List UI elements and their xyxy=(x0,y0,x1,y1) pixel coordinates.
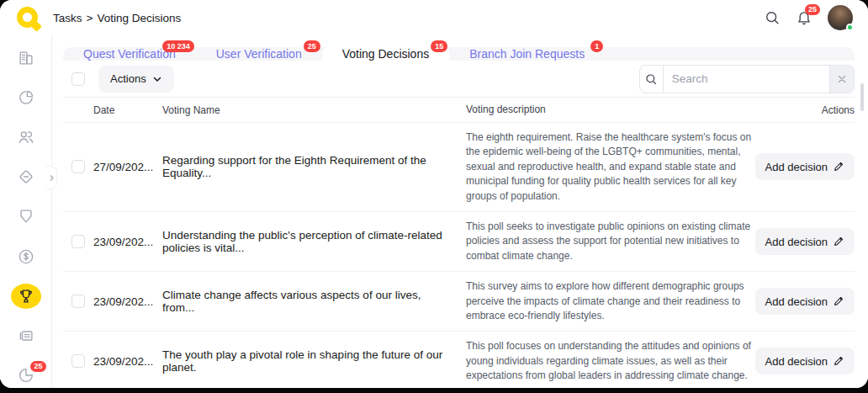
notification-badge: 25 xyxy=(805,4,820,15)
sidebar: 25 xyxy=(0,35,52,388)
breadcrumb-separator: > xyxy=(87,12,93,24)
table-search xyxy=(639,65,855,93)
search-input[interactable] xyxy=(664,66,829,93)
tab-badge: 1 xyxy=(590,40,603,52)
chevron-right-icon xyxy=(48,174,56,182)
sidebar-item-users-icon[interactable] xyxy=(11,125,41,150)
breadcrumb-current: Voting Decisions xyxy=(97,12,181,24)
pencil-icon xyxy=(833,236,844,247)
tab-quest-verification[interactable]: Quest Verification 10 234 xyxy=(63,47,196,61)
pencil-icon xyxy=(833,161,844,173)
add-decision-button[interactable]: Add decision xyxy=(755,153,855,180)
table-row: 27/09/202... Regarding support for the E… xyxy=(63,123,855,212)
avatar[interactable] xyxy=(828,5,853,30)
actions-button[interactable]: Actions xyxy=(98,66,174,93)
add-decision-button[interactable]: Add decision xyxy=(755,228,855,255)
tab-label: Quest Verification xyxy=(83,47,176,61)
pencil-icon xyxy=(833,355,844,367)
col-date: Date xyxy=(93,104,162,116)
row-voting-description: The eighth requirement. Raise the health… xyxy=(466,123,762,211)
row-voting-description: This poll seeks to investigate public op… xyxy=(466,212,762,271)
pencil-icon xyxy=(833,295,844,307)
clear-search-button[interactable] xyxy=(829,66,854,93)
sidebar-item-ballot-box-icon[interactable] xyxy=(11,164,41,189)
tab-label: User Verification xyxy=(216,47,302,61)
top-bar: Tasks > Voting Decisions 25 xyxy=(0,0,868,35)
search-icon[interactable] xyxy=(764,9,781,26)
online-status-dot xyxy=(846,24,854,31)
row-checkbox[interactable] xyxy=(71,235,85,248)
table-row: 23/09/202... Climate change affects vari… xyxy=(63,272,855,332)
col-voting-description: Voting description xyxy=(466,103,762,117)
breadcrumb: Tasks > Voting Decisions xyxy=(53,12,181,24)
row-checkbox[interactable] xyxy=(71,160,85,173)
sidebar-item-dollar-icon[interactable] xyxy=(11,244,41,269)
tab-branch-join-requests[interactable]: Branch Join Requests 1 xyxy=(449,47,605,61)
main-content: Quest Verification 10 234 User Verificat… xyxy=(52,35,868,388)
sidebar-item-news-icon[interactable] xyxy=(11,323,41,348)
row-voting-name: Understanding the public's perception of… xyxy=(162,229,466,254)
sidebar-badge: 25 xyxy=(30,361,45,372)
row-voting-name: Regarding support for the Eighth Require… xyxy=(162,154,466,179)
tab-badge: 10 234 xyxy=(162,40,194,52)
row-date: 27/09/202... xyxy=(93,161,162,173)
table-row: 23/09/202... Understanding the public's … xyxy=(63,212,855,272)
row-voting-description: This poll focuses on understanding the a… xyxy=(466,332,762,388)
sidebar-item-company-icon[interactable] xyxy=(11,45,41,71)
table-body: 27/09/202... Regarding support for the E… xyxy=(63,123,855,388)
tab-badge: 25 xyxy=(304,40,320,52)
row-checkbox[interactable] xyxy=(71,354,85,368)
app-logo[interactable] xyxy=(17,7,40,29)
app-window: Tasks > Voting Decisions 25 xyxy=(0,0,868,388)
search-field-icon xyxy=(640,66,664,93)
table-header: Date Voting Name Voting description Acti… xyxy=(63,98,855,123)
tab-user-verification[interactable]: User Verification 25 xyxy=(196,47,322,61)
row-voting-description: This survey aims to explore how differen… xyxy=(466,272,762,331)
tab-label: Voting Decisions xyxy=(342,47,430,61)
tab-label: Branch Join Requests xyxy=(469,47,585,61)
close-icon xyxy=(837,74,847,84)
row-voting-name: The youth play a pivotal role in shaping… xyxy=(162,348,466,374)
add-decision-button[interactable]: Add decision xyxy=(755,288,855,315)
row-voting-name: Climate change affects various aspects o… xyxy=(162,289,466,314)
tab-voting-decisions[interactable]: Voting Decisions 15 xyxy=(322,47,450,61)
toolbar: Actions xyxy=(63,61,855,98)
sidebar-item-pac-chart-icon[interactable]: 25 xyxy=(11,363,41,388)
col-actions: Actions xyxy=(762,104,855,116)
row-date: 23/09/202... xyxy=(93,355,162,368)
sidebar-item-trophy-icon[interactable] xyxy=(11,284,41,309)
select-all-checkbox[interactable] xyxy=(71,72,85,86)
row-checkbox[interactable] xyxy=(71,295,85,308)
sidebar-expand-handle[interactable] xyxy=(46,166,57,189)
breadcrumb-tasks[interactable]: Tasks xyxy=(53,12,82,24)
chevron-down-icon xyxy=(152,74,162,84)
bell-icon[interactable]: 25 xyxy=(796,9,812,26)
row-date: 23/09/202... xyxy=(93,295,162,308)
row-date: 23/09/202... xyxy=(93,236,162,248)
table-row: 23/09/202... The youth play a pivotal ro… xyxy=(63,332,855,388)
scrollbar-thumb[interactable] xyxy=(860,83,864,111)
add-decision-button[interactable]: Add decision xyxy=(755,348,855,374)
content-panel: Actions Date xyxy=(63,61,855,388)
sidebar-item-tag-icon[interactable] xyxy=(11,204,41,229)
tab-badge: 15 xyxy=(431,40,447,52)
tab-bar: Quest Verification 10 234 User Verificat… xyxy=(63,47,855,61)
sidebar-item-pie-chart-icon[interactable] xyxy=(11,85,41,110)
col-voting-name: Voting Name xyxy=(162,104,466,116)
